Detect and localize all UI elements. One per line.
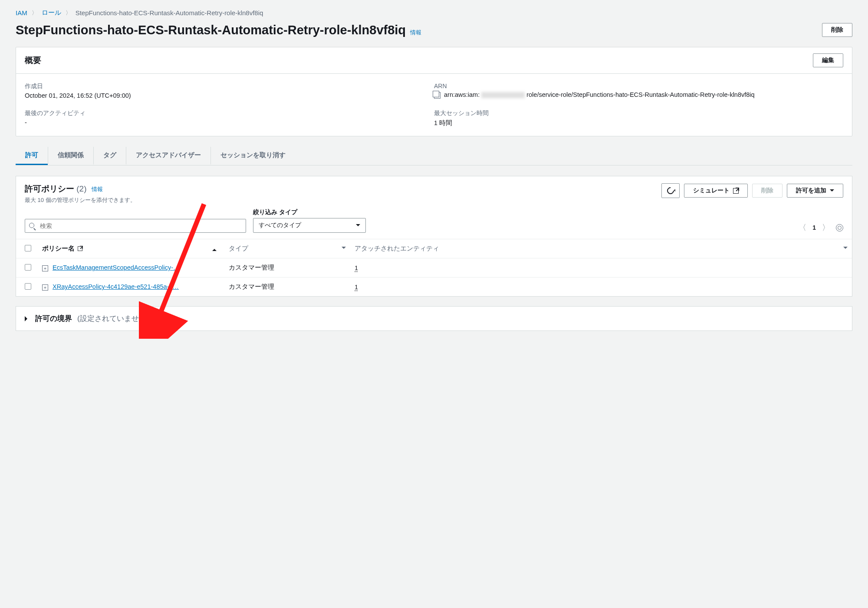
permission-boundary-panel[interactable]: 許可の境界 (設定されていません) xyxy=(16,306,852,331)
external-link-icon xyxy=(78,246,82,251)
chevron-down-icon xyxy=(830,189,834,194)
tab-permissions[interactable]: 許可 xyxy=(16,147,48,165)
policies-count: (2) xyxy=(76,184,86,193)
delete-role-button[interactable]: 削除 xyxy=(822,23,852,37)
col-policy-name[interactable]: ポリシー名 xyxy=(42,245,75,253)
edit-button[interactable]: 編集 xyxy=(813,53,843,67)
add-permission-button[interactable]: 許可を追加 xyxy=(787,184,843,198)
expand-icon[interactable]: + xyxy=(42,284,48,291)
row-checkbox[interactable] xyxy=(25,283,31,290)
table-row: +XRayAccessPolicy-4c4129ae-e521-485a-b… … xyxy=(16,278,852,297)
max-session-label: 最大セッション時間 xyxy=(434,109,843,117)
summary-heading: 概要 xyxy=(25,55,41,66)
created-label: 作成日 xyxy=(25,83,434,90)
info-link[interactable]: 情報 xyxy=(410,29,421,36)
delete-policy-button: 削除 xyxy=(752,184,783,198)
arn-label: ARN xyxy=(434,83,843,89)
policies-heading: 許可ポリシー xyxy=(25,184,74,193)
breadcrumb: IAM 〉 ロール 〉 StepFunctions-hato-ECS-Runta… xyxy=(16,9,852,17)
policies-table: ポリシー名 タイプ アタッチされたエンティティ xyxy=(16,239,852,296)
external-link-icon xyxy=(733,188,739,194)
breadcrumb-current: StepFunctions-hato-ECS-Runtask-Automatic… xyxy=(76,9,263,17)
filter-type-label: 絞り込み タイプ xyxy=(253,208,366,216)
policies-panel: 許可ポリシー (2) 情報 最大 10 個の管理ポリシーを添付できます。 シミュ… xyxy=(16,176,852,297)
chevron-down-icon xyxy=(843,247,848,251)
max-session-value: 1 時間 xyxy=(434,119,843,127)
page-next[interactable]: 〉 xyxy=(822,222,830,233)
tab-revoke-sessions[interactable]: セッションを取り消す xyxy=(210,147,295,165)
table-row: +EcsTaskManagementScopedAccessPolicy-… カ… xyxy=(16,258,852,278)
settings-icon[interactable] xyxy=(836,224,843,231)
last-activity-label: 最後のアクティビティ xyxy=(25,109,434,117)
search-icon xyxy=(29,223,35,229)
tab-trust[interactable]: 信頼関係 xyxy=(48,147,93,165)
filter-type-select[interactable]: すべてのタイプ xyxy=(253,218,366,233)
breadcrumb-roles[interactable]: ロール xyxy=(42,9,61,17)
col-attached[interactable]: アタッチされたエンティティ xyxy=(355,245,439,253)
policies-info-link[interactable]: 情報 xyxy=(92,186,103,192)
tab-access-advisor[interactable]: アクセスアドバイザー xyxy=(126,147,210,165)
chevron-down-icon xyxy=(356,224,360,228)
attached-count[interactable]: 1 xyxy=(355,264,358,271)
policy-search-input[interactable] xyxy=(25,219,246,233)
chevron-right-icon: 〉 xyxy=(32,9,37,17)
simulate-button[interactable]: シミュレート xyxy=(684,184,748,198)
boundary-title: 許可の境界 xyxy=(35,314,72,324)
sort-asc-icon xyxy=(212,247,217,251)
chevron-right-icon: 〉 xyxy=(66,9,71,17)
copy-icon[interactable] xyxy=(434,92,441,99)
col-type[interactable]: タイプ xyxy=(229,245,248,253)
created-value: October 01, 2024, 16:52 (UTC+09:00) xyxy=(25,92,434,99)
attached-count[interactable]: 1 xyxy=(355,284,358,291)
expand-icon[interactable]: + xyxy=(42,265,48,271)
policy-link[interactable]: XRayAccessPolicy-4c4129ae-e521-485a-b… xyxy=(53,283,179,290)
tabs: 許可 信頼関係 タグ アクセスアドバイザー セッションを取り消す xyxy=(16,147,852,165)
page-title: StepFunctions-hato-ECS-Runtask-Automatic… xyxy=(16,23,406,37)
boundary-status: (設定されていません) xyxy=(77,314,148,324)
refresh-icon xyxy=(666,186,676,196)
arn-value: arn:aws:iam:role/service-role/StepFuncti… xyxy=(444,91,755,98)
policy-type: カスタマー管理 xyxy=(224,258,350,278)
page-number: 1 xyxy=(812,224,816,231)
last-activity-value: - xyxy=(25,119,434,126)
page-prev[interactable]: 〈 xyxy=(799,222,806,233)
breadcrumb-iam[interactable]: IAM xyxy=(16,9,27,17)
policies-subtitle: 最大 10 個の管理ポリシーを添付できます。 xyxy=(25,196,136,204)
policy-link[interactable]: EcsTaskManagementScopedAccessPolicy-… xyxy=(53,264,180,271)
refresh-button[interactable] xyxy=(661,183,680,198)
tab-tags[interactable]: タグ xyxy=(93,147,126,165)
policy-type: カスタマー管理 xyxy=(224,278,350,297)
select-all-checkbox[interactable] xyxy=(25,245,31,251)
row-checkbox[interactable] xyxy=(25,264,31,271)
summary-panel: 概要 編集 作成日 October 01, 2024, 16:52 (UTC+0… xyxy=(16,47,852,136)
redacted-account xyxy=(481,92,525,98)
chevron-down-icon xyxy=(342,247,346,251)
caret-right-icon xyxy=(25,316,30,321)
